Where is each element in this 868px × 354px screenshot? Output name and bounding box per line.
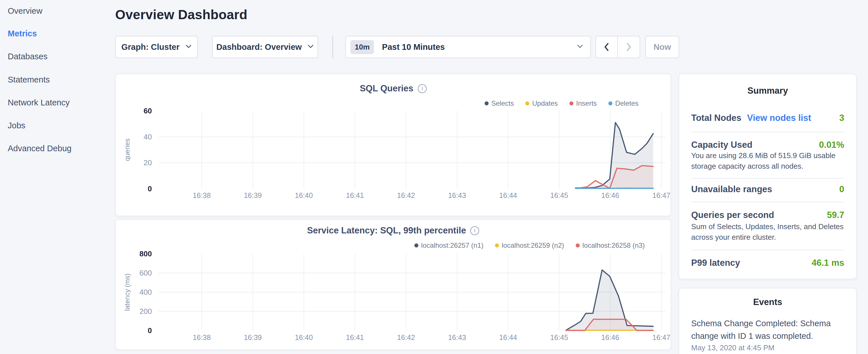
summary-row-total-nodes: Total NodesView nodes list3 bbox=[691, 112, 844, 124]
graph-dropdown[interactable]: Graph: Cluster bbox=[115, 36, 198, 58]
sidebar-item-metrics[interactable]: Metrics bbox=[8, 28, 37, 39]
graph-dropdown-label: Graph: Cluster bbox=[121, 42, 179, 52]
time-back-button[interactable] bbox=[596, 36, 618, 58]
summary-divider bbox=[691, 178, 844, 179]
svg-text:16:42: 16:42 bbox=[397, 191, 415, 199]
summary-row-value: 46.1 ms bbox=[811, 258, 844, 268]
summary-row-description: You are using 28.6 MiB of 515.9 GiB usab… bbox=[691, 150, 847, 171]
summary-row-value: 0.01% bbox=[819, 140, 844, 150]
app-root: OverviewMetricsDatabasesStatementsNetwor… bbox=[0, 0, 868, 354]
summary-row-unavailable-ranges: Unavailable ranges0 bbox=[691, 183, 844, 196]
svg-text:200: 200 bbox=[140, 307, 152, 316]
chevron-right-icon bbox=[626, 42, 631, 52]
svg-text:16:38: 16:38 bbox=[193, 191, 211, 199]
sql-queries-plot[interactable]: 16:3816:3916:4016:4116:4216:4316:4416:45… bbox=[116, 74, 671, 217]
summary-row-label: Unavailable ranges bbox=[691, 184, 772, 194]
service-latency-sql-99th-percentile-plot[interactable]: 16:3816:3916:4016:4116:4216:4316:4416:45… bbox=[116, 220, 671, 351]
summary-divider bbox=[691, 132, 844, 132]
svg-text:16:41: 16:41 bbox=[346, 191, 364, 199]
time-pager bbox=[595, 36, 640, 58]
svg-text:400: 400 bbox=[140, 288, 152, 296]
time-forward-button[interactable] bbox=[618, 36, 640, 58]
now-button-label: Now bbox=[653, 42, 671, 52]
events-panel: Events Schema Change Completed: Schema c… bbox=[679, 288, 857, 354]
svg-text:16:42: 16:42 bbox=[397, 333, 415, 342]
svg-text:60: 60 bbox=[144, 106, 152, 115]
page-title: Overview Dashboard bbox=[115, 7, 247, 22]
svg-text:16:40: 16:40 bbox=[295, 191, 313, 199]
svg-text:16:40: 16:40 bbox=[295, 333, 313, 342]
sidebar-item-statements[interactable]: Statements bbox=[8, 74, 50, 86]
summary-row-capacity-used: Capacity Used0.01% bbox=[691, 139, 844, 151]
sidebar-nav: OverviewMetricsDatabasesStatementsNetwor… bbox=[0, 0, 115, 354]
chevron-left-icon bbox=[604, 42, 610, 52]
summary-divider bbox=[691, 250, 844, 250]
svg-text:800: 800 bbox=[140, 250, 152, 258]
summary-row-value: 0 bbox=[839, 184, 844, 194]
svg-text:16:41: 16:41 bbox=[346, 333, 364, 342]
summary-title: Summary bbox=[679, 86, 856, 96]
svg-text:16:45: 16:45 bbox=[550, 333, 568, 342]
svg-text:0: 0 bbox=[148, 326, 152, 335]
svg-text:20: 20 bbox=[144, 158, 152, 167]
event-item-text[interactable]: Schema Change Completed: Schema change w… bbox=[691, 317, 834, 342]
svg-text:16:43: 16:43 bbox=[448, 191, 466, 199]
svg-text:16:39: 16:39 bbox=[244, 333, 262, 342]
sidebar-item-databases[interactable]: Databases bbox=[8, 51, 48, 62]
summary-row-value: 3 bbox=[839, 113, 844, 123]
summary-row-value: 59.7 bbox=[827, 210, 844, 220]
controls-divider bbox=[333, 36, 333, 58]
svg-text:16:39: 16:39 bbox=[244, 191, 262, 199]
summary-row-queries-per-second: Queries per second59.7 bbox=[691, 209, 844, 221]
summary-panel: Summary Total NodesView nodes list3Capac… bbox=[679, 74, 857, 279]
svg-text:600: 600 bbox=[140, 269, 152, 277]
events-title: Events bbox=[679, 297, 856, 307]
svg-text:16:44: 16:44 bbox=[499, 191, 517, 199]
svg-text:16:43: 16:43 bbox=[448, 333, 466, 342]
svg-text:16:38: 16:38 bbox=[193, 333, 211, 342]
time-window-select[interactable]: 10m Past 10 Minutes bbox=[345, 36, 591, 58]
dashboard-dropdown[interactable]: Dashboard: Overview bbox=[212, 36, 318, 58]
svg-text:16:45: 16:45 bbox=[550, 191, 568, 199]
svg-text:40: 40 bbox=[144, 133, 152, 141]
chevron-down-icon bbox=[185, 44, 192, 50]
service-latency-card: Service Latency: SQL, 99th percentile i … bbox=[115, 219, 671, 350]
sidebar-item-jobs[interactable]: Jobs bbox=[8, 120, 25, 131]
svg-text:16:47: 16:47 bbox=[652, 191, 671, 199]
summary-row-label: Capacity Used bbox=[691, 140, 752, 150]
svg-text:latency (ms): latency (ms) bbox=[123, 273, 131, 311]
sidebar-item-network-latency[interactable]: Network Latency bbox=[8, 97, 70, 108]
time-window-label: Past 10 Minutes bbox=[382, 42, 577, 52]
dashboard-dropdown-label: Dashboard: Overview bbox=[216, 42, 302, 52]
svg-text:0: 0 bbox=[148, 185, 152, 193]
view-nodes-list-link[interactable]: View nodes list bbox=[747, 113, 811, 123]
svg-text:16:47: 16:47 bbox=[652, 333, 671, 342]
svg-text:16:46: 16:46 bbox=[601, 333, 619, 342]
sql-queries-card: SQL Queries i SelectsUpdatesInsertsDelet… bbox=[115, 74, 671, 216]
svg-text:16:44: 16:44 bbox=[499, 333, 517, 342]
sidebar-item-advanced-debug[interactable]: Advanced Debug bbox=[8, 142, 72, 154]
chevron-down-icon bbox=[577, 44, 583, 50]
summary-divider bbox=[691, 202, 844, 202]
event-item-timestamp: May 13, 2020 at 4:45 PM bbox=[691, 344, 775, 352]
summary-row-description: Sum of Selects, Updates, Inserts, and De… bbox=[691, 221, 847, 243]
time-window-badge: 10m bbox=[350, 40, 374, 54]
sidebar-item-overview[interactable]: Overview bbox=[8, 5, 42, 17]
summary-row-label: Total Nodes bbox=[691, 113, 741, 123]
summary-row-label: Queries per second bbox=[691, 210, 774, 220]
svg-text:queries: queries bbox=[123, 139, 131, 161]
summary-row-p99-latency: P99 latency46.1 ms bbox=[691, 257, 844, 269]
summary-row-label: P99 latency bbox=[691, 258, 740, 268]
chevron-down-icon bbox=[308, 44, 314, 50]
now-button[interactable]: Now bbox=[645, 36, 679, 58]
svg-text:16:46: 16:46 bbox=[601, 191, 619, 199]
